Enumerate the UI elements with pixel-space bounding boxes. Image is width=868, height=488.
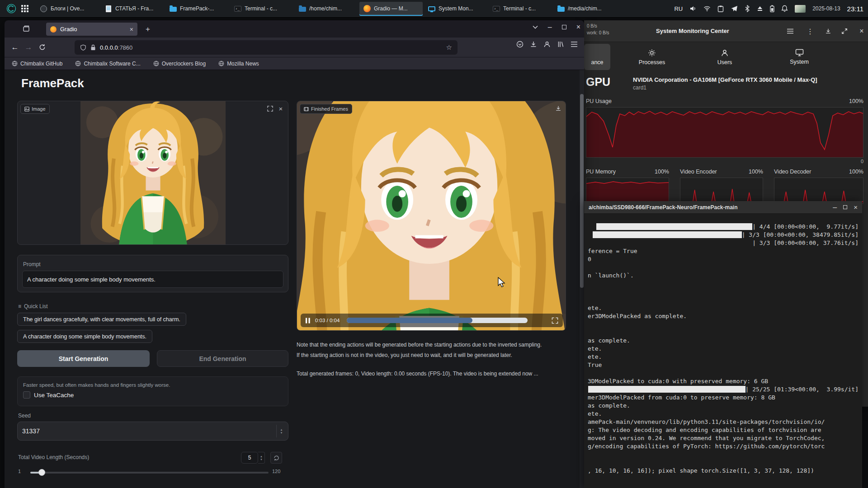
length-reset-icon[interactable] [270, 452, 282, 464]
image-clear-icon[interactable]: × [276, 103, 286, 113]
close-button[interactable]: × [576, 23, 580, 31]
terminal-line: n `launch()`. [588, 272, 859, 280]
terminal-line: ference = True [588, 247, 859, 255]
app-launcher-icon[interactable] [5, 2, 18, 15]
teacache-checkbox[interactable] [23, 391, 30, 399]
taskbar-window-gradio[interactable]: Gradio — M... [359, 2, 423, 16]
app-grid-icon[interactable] [18, 2, 32, 15]
seed-stepper[interactable]: ▴▾ [276, 425, 286, 437]
prompt-label: Prompt [23, 261, 41, 267]
minimize-button[interactable]: – [548, 23, 552, 31]
pocket-icon[interactable] [516, 41, 524, 48]
page-scrollbar[interactable] [580, 70, 584, 488]
video-progress-bar[interactable] [347, 318, 528, 323]
prompt-input[interactable] [22, 271, 283, 288]
slider-min-label: 1 [18, 469, 21, 474]
downloads-icon[interactable] [530, 41, 537, 48]
tray-clock[interactable]: 23:11 [847, 5, 863, 13]
firefox-view-icon[interactable] [23, 25, 30, 32]
terminal-line: , 16, 10, 16, 16]); pixel shape torch.Si… [588, 467, 859, 475]
length-number-input[interactable] [241, 452, 258, 464]
video-download-icon[interactable] [553, 103, 563, 113]
bookmark-star-icon[interactable]: ☆ [446, 43, 452, 52]
tab-processes[interactable]: Processes [624, 44, 680, 70]
library-icon[interactable] [557, 41, 564, 48]
back-button[interactable]: ← [8, 41, 22, 54]
minimize-button[interactable]: – [833, 203, 837, 211]
taskbar-window-article[interactable]: СТАТЬЯ - Fra... [101, 2, 164, 16]
bookmark-overclockers-blog[interactable]: Overclockers Blog [153, 61, 206, 67]
bluetooth-icon[interactable] [745, 5, 750, 12]
taskbar-window-sysmon[interactable]: System Mon... [424, 2, 487, 16]
taskbar-window-home-folder[interactable]: /home/chim... [295, 2, 358, 16]
tab-gradio[interactable]: Gradio × [46, 23, 137, 36]
telegram-icon[interactable] [731, 5, 738, 12]
gpu-usage-label: PU Usage [586, 98, 612, 104]
image-fullscreen-icon[interactable] [265, 103, 275, 113]
finished-frames-panel[interactable]: Finished Frames 0:03 / 0:04 [297, 101, 566, 331]
length-slider-track[interactable] [30, 472, 269, 474]
taskbar-window-framepack-folder[interactable]: FramePack-... [165, 2, 229, 16]
pause-icon[interactable] [305, 318, 311, 324]
tab-system[interactable]: System [772, 44, 826, 70]
gpu-device: card1 [633, 84, 646, 91]
window-close-icon[interactable]: × [856, 26, 867, 37]
video-fullscreen-icon[interactable] [552, 317, 558, 324]
account-icon[interactable] [543, 41, 551, 48]
maximize-button[interactable] [843, 205, 847, 209]
expand-icon[interactable] [839, 26, 850, 37]
list-icon: ≡ [18, 303, 21, 310]
taskbar-window-terminal-2[interactable]: ›_Terminal - c... [489, 2, 552, 16]
length-slider-handle[interactable] [38, 469, 45, 476]
bookmark-mozilla-news[interactable]: Mozilla News [218, 61, 259, 67]
start-generation-button[interactable]: Start Generation [17, 350, 150, 367]
length-stepper[interactable]: ▴▾ [258, 452, 265, 464]
uploaded-image [80, 101, 226, 245]
gpu-heading: GPU [586, 75, 610, 89]
tab-close-icon[interactable]: × [130, 26, 133, 33]
wifi-icon[interactable] [703, 5, 711, 12]
navbar-action-icons [516, 41, 578, 48]
volume-icon[interactable] [689, 5, 697, 12]
gpu-usage-graph [586, 107, 863, 158]
system-monitor-titlebar: 0 B/s work: 0 B/s System Monitoring Cent… [584, 20, 868, 42]
maximize-button[interactable] [562, 25, 566, 29]
notifications-bell-icon[interactable] [781, 5, 788, 12]
new-tab-button[interactable]: + [142, 24, 153, 35]
taskbar-window-blogs[interactable]: Блоги | Ove... [36, 2, 99, 16]
url-bar[interactable]: 0.0.0.0:7860 ☆ [75, 40, 458, 55]
kebab-menu-icon[interactable]: ⋮ [805, 26, 816, 37]
lock-icon[interactable] [90, 44, 96, 51]
tracking-shield-icon[interactable] [80, 44, 86, 51]
close-button[interactable]: × [854, 203, 858, 211]
tab-performance-partial[interactable]: ance [584, 44, 610, 70]
taskbar-window-terminal-1[interactable]: ›_Terminal - c... [230, 2, 293, 16]
seed-input[interactable] [18, 422, 274, 440]
tab-users[interactable]: Users [698, 44, 751, 70]
taskbar-window-media-folder[interactable]: /media/chim... [553, 2, 617, 16]
image-upload-panel[interactable]: Image × [17, 101, 288, 245]
screenshot-thumbnail[interactable] [795, 5, 806, 13]
tray-date[interactable]: 2025-08-13 [812, 5, 840, 12]
hamburger-menu-icon[interactable] [785, 26, 796, 37]
clipboard-icon[interactable] [717, 5, 724, 12]
tab-list-chevron-icon[interactable] [533, 25, 538, 29]
menu-icon[interactable] [571, 41, 578, 48]
terminal-output[interactable]: | 4/4 [00:00<00:00, 9.77it/s] | 3/3 [00:… [584, 214, 862, 488]
teacache-checkbox-label[interactable]: Use TeaCache [34, 392, 74, 399]
bookmark-chimbalix-github[interactable]: Chimbalix GitHub [12, 61, 62, 67]
quick-list-item-1[interactable]: The girl dances gracefully, with clear m… [17, 313, 186, 326]
bookmark-chimbalix-software[interactable]: Chimbalix Software C... [75, 61, 140, 67]
battery-icon[interactable] [770, 5, 774, 12]
forward-button[interactable]: → [22, 41, 35, 54]
scrollbar-thumb[interactable] [580, 94, 584, 288]
reload-button[interactable] [35, 41, 49, 54]
taskbar-window-list: Блоги | Ove... СТАТЬЯ - Fra... FramePack… [36, 2, 617, 16]
keyboard-layout-indicator[interactable]: RU [674, 5, 683, 12]
export-icon[interactable] [823, 26, 834, 37]
end-generation-button[interactable]: End Generation [157, 350, 288, 367]
firefox-tab-strip: Gradio × + – × [5, 20, 584, 38]
eject-icon[interactable] [757, 5, 763, 12]
quick-list-item-2[interactable]: A character doing some simple body movem… [17, 330, 152, 343]
tab-favicon [50, 26, 57, 33]
